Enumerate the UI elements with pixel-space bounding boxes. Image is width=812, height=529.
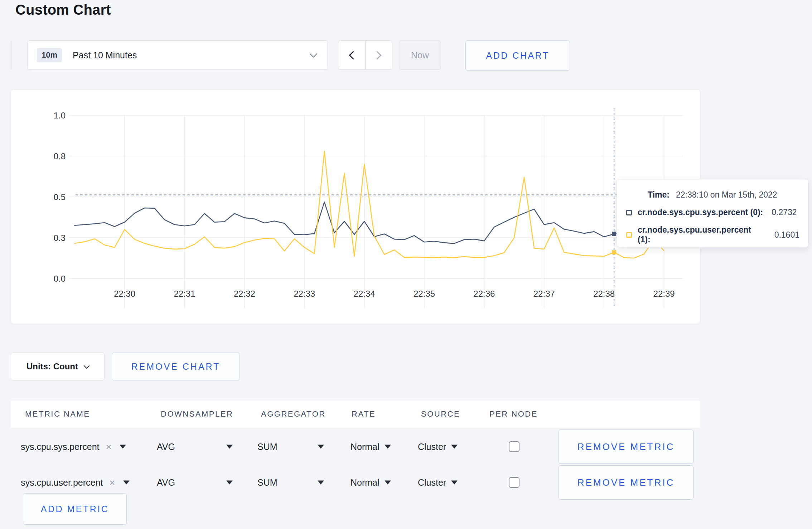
- aggregator-value: SUM: [257, 477, 277, 488]
- downsampler-caret[interactable]: [226, 445, 233, 449]
- tooltip-series-row: cr.node.sys.cpu.sys.percent (0): 0.2732: [626, 208, 799, 217]
- remove-metric-button[interactable]: REMOVE METRIC: [559, 465, 693, 500]
- page-title: Custom Chart: [15, 2, 111, 18]
- add-chart-button[interactable]: ADD CHART: [465, 40, 570, 71]
- svg-text:22:31: 22:31: [174, 289, 195, 299]
- metric-name-value: sys.cpu.user.percent: [21, 477, 103, 488]
- rate-value: Normal: [351, 477, 380, 488]
- time-range-badge: 10m: [37, 48, 62, 62]
- svg-text:22:35: 22:35: [414, 289, 435, 299]
- metric-name-select[interactable]: sys.cpu.user.percent ×: [21, 477, 130, 488]
- chevron-left-icon: [349, 51, 357, 59]
- caret-down-icon: [318, 445, 324, 449]
- tooltip-series-value: 0.1601: [774, 230, 799, 240]
- rate-select[interactable]: Normal: [351, 477, 391, 488]
- metric-name-select[interactable]: sys.cpu.sys.percent ×: [21, 442, 126, 452]
- chevron-down-icon: [310, 50, 317, 58]
- svg-text:1.0: 1.0: [54, 111, 66, 120]
- downsampler-value: AVG: [157, 442, 175, 452]
- per-node-checkbox[interactable]: [509, 441, 519, 452]
- time-range-dropdown[interactable]: 10m Past 10 Minutes: [27, 40, 328, 70]
- clear-metric-icon[interactable]: ×: [109, 477, 115, 487]
- source-select[interactable]: Cluster: [418, 477, 458, 488]
- svg-text:0.8: 0.8: [54, 151, 66, 161]
- remove-chart-button[interactable]: REMOVE CHART: [112, 353, 240, 380]
- svg-text:22:38: 22:38: [593, 289, 615, 299]
- tooltip-series-value: 0.2732: [772, 208, 797, 217]
- metric-row: sys.cpu.sys.percent × AVG SUM Normal Clu…: [0, 429, 812, 464]
- tooltip-series-label: cr.node.sys.cpu.sys.percent (0):: [638, 208, 763, 217]
- downsampler-select[interactable]: AVG: [157, 477, 175, 488]
- source-select[interactable]: Cluster: [418, 442, 458, 452]
- time-range-label: Past 10 Minutes: [73, 50, 137, 60]
- aggregator-select[interactable]: SUM: [257, 477, 277, 488]
- header-aggregator: AGGREGATOR: [261, 409, 326, 419]
- caret-down-icon: [226, 481, 233, 485]
- sys-series-swatch-icon: [626, 210, 632, 215]
- units-label: Units: Count: [26, 361, 78, 372]
- caret-down-icon: [451, 481, 458, 485]
- header-rate: RATE: [352, 409, 376, 419]
- now-button[interactable]: Now: [399, 40, 441, 70]
- svg-text:22:36: 22:36: [473, 289, 495, 299]
- metric-name-value: sys.cpu.sys.percent: [21, 442, 100, 452]
- header-source: SOURCE: [421, 409, 460, 419]
- downsampler-caret[interactable]: [226, 481, 233, 485]
- toolbar-divider: [11, 41, 11, 69]
- per-node-checkbox[interactable]: [509, 477, 519, 488]
- cpu-line-chart[interactable]: 0.00.30.50.81.022:3022:3122:3222:3322:34…: [11, 90, 701, 324]
- source-value: Cluster: [418, 442, 446, 452]
- svg-text:22:39: 22:39: [653, 289, 675, 299]
- svg-text:0.0: 0.0: [54, 274, 66, 283]
- time-range-pager: [338, 40, 392, 70]
- downsampler-value: AVG: [157, 477, 175, 488]
- aggregator-caret[interactable]: [318, 445, 324, 449]
- aggregator-value: SUM: [257, 442, 277, 452]
- user-series-swatch-icon: [626, 232, 632, 238]
- aggregator-select[interactable]: SUM: [257, 442, 277, 452]
- source-value: Cluster: [418, 477, 446, 488]
- svg-text:22:30: 22:30: [114, 289, 135, 299]
- downsampler-select[interactable]: AVG: [157, 442, 175, 452]
- add-metric-button[interactable]: ADD METRIC: [23, 493, 127, 525]
- remove-metric-button[interactable]: REMOVE METRIC: [559, 429, 693, 464]
- tooltip-series-label: cr.node.sys.cpu.user.percent (1):: [638, 225, 766, 244]
- header-per-node: PER NODE: [489, 409, 538, 419]
- chart-card: 0.00.30.50.81.022:3022:3122:3222:3322:34…: [11, 89, 700, 324]
- caret-down-icon: [120, 445, 126, 449]
- next-range-button[interactable]: [366, 41, 392, 69]
- caret-down-icon: [451, 445, 458, 449]
- prev-range-button[interactable]: [338, 41, 365, 69]
- svg-text:22:37: 22:37: [533, 289, 555, 299]
- metrics-table-header: METRIC NAME DOWNSAMPLER AGGREGATOR RATE …: [11, 401, 700, 428]
- caret-down-icon: [318, 481, 324, 485]
- tooltip-time-label: Time:: [648, 190, 670, 200]
- tooltip-series-row: cr.node.sys.cpu.user.percent (1): 0.1601: [626, 225, 799, 244]
- chevron-down-icon: [83, 363, 90, 369]
- svg-text:0.5: 0.5: [54, 192, 66, 202]
- rate-select[interactable]: Normal: [351, 442, 391, 452]
- caret-down-icon: [385, 445, 391, 449]
- caret-down-icon: [385, 481, 391, 485]
- svg-text:22:34: 22:34: [354, 289, 375, 299]
- header-metric-name: METRIC NAME: [25, 409, 90, 419]
- rate-value: Normal: [351, 442, 380, 452]
- caret-down-icon: [123, 481, 130, 485]
- header-downsampler: DOWNSAMPLER: [161, 409, 233, 419]
- aggregator-caret[interactable]: [318, 481, 324, 485]
- chevron-right-icon: [373, 51, 382, 59]
- svg-text:22:33: 22:33: [294, 289, 315, 299]
- svg-text:22:32: 22:32: [234, 289, 255, 299]
- units-dropdown[interactable]: Units: Count: [11, 353, 105, 380]
- chart-hover-tooltip: Time: 22:38:10 on Mar 15th, 2022 cr.node…: [617, 179, 808, 248]
- clear-metric-icon[interactable]: ×: [106, 442, 112, 452]
- svg-text:0.3: 0.3: [54, 233, 66, 243]
- tooltip-time-value: 22:38:10 on Mar 15th, 2022: [676, 190, 777, 200]
- caret-down-icon: [226, 445, 233, 449]
